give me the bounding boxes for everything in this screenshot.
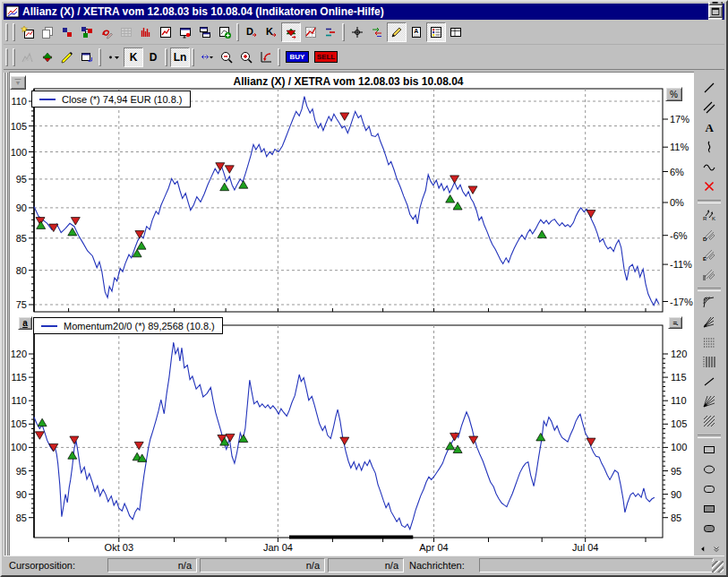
hatch-up-tool-button[interactable]: E xyxy=(698,245,720,263)
chart-panel: Okt 03Jan 04Apr 04Jul 041101051009590858… xyxy=(9,72,698,558)
chart-with-grid-button[interactable] xyxy=(301,22,321,42)
copy-pages-icon xyxy=(40,25,55,39)
show-legend-button[interactable] xyxy=(426,22,446,42)
trend-line-button[interactable] xyxy=(698,373,720,391)
messages-label: Nachrichten: xyxy=(409,560,465,571)
toolbar-grip[interactable] xyxy=(236,23,239,41)
window-title: Allianz (X) / XETRA vom 12.08.03 bis 10.… xyxy=(22,5,707,18)
svg-text:80: 80 xyxy=(16,265,27,276)
draw-freehand-button[interactable] xyxy=(698,138,720,156)
zoom-in-button[interactable] xyxy=(236,47,256,67)
volume-bars-button[interactable] xyxy=(136,22,156,42)
scale-button[interactable]: =. xyxy=(668,316,682,329)
title-bar[interactable]: Allianz (X) / XETRA vom 12.08.03 bis 10.… xyxy=(4,4,724,20)
chart-toolbar: KDLnBUYSELL xyxy=(4,45,724,70)
sell-order-button[interactable]: SELL xyxy=(314,51,338,63)
hatch-down-tool-button[interactable]: D xyxy=(698,226,720,244)
chart-notes-button[interactable]: A xyxy=(407,22,426,42)
toolbar-grip[interactable] xyxy=(5,48,8,66)
svg-text:A: A xyxy=(414,28,418,34)
draw-text-button[interactable]: A xyxy=(698,118,720,136)
toolbar-grip[interactable] xyxy=(13,48,15,66)
draw-filled-rect-button[interactable] xyxy=(698,500,720,518)
toolbar-grip[interactable] xyxy=(165,48,167,66)
buy-order-button[interactable]: BUY xyxy=(286,51,309,63)
line-style-button[interactable] xyxy=(104,47,124,67)
signal-triangles-button[interactable] xyxy=(38,47,57,67)
log-scale-button[interactable]: Ln xyxy=(170,47,190,67)
daily-data-button[interactable]: D xyxy=(242,22,261,42)
resize-grip[interactable] xyxy=(712,561,724,573)
chart-canvas[interactable]: Okt 03Jan 04Apr 04Jul 041101051009590858… xyxy=(10,73,697,557)
price-legend[interactable]: Close (*) 74,94 EUR (10.8.) xyxy=(31,90,191,108)
delete-drawing-button[interactable] xyxy=(698,177,720,195)
svg-text:95: 95 xyxy=(16,466,27,477)
edit-indicator-button[interactable] xyxy=(97,22,116,42)
fibonacci-fan-button[interactable] xyxy=(698,314,720,332)
draw-filled-rounded-rect-button[interactable] xyxy=(698,520,720,538)
horizontal-grid-button[interactable] xyxy=(698,333,720,351)
zoom-range-button[interactable] xyxy=(197,47,217,67)
draw-rectangle-button[interactable] xyxy=(698,441,720,459)
draw-curve-button[interactable] xyxy=(698,158,720,176)
draw-mode-button[interactable] xyxy=(387,22,407,42)
scroll-down-icon xyxy=(712,545,721,554)
marker-pen-button[interactable] xyxy=(57,47,77,67)
annotation-button[interactable]: a xyxy=(18,316,32,330)
momentum-legend[interactable]: Momentum20/0 (*) 89,2568 (10.8.) xyxy=(33,317,223,334)
gann-fan-button[interactable] xyxy=(698,392,720,410)
chart-window-grip[interactable] xyxy=(4,73,8,557)
kurs-mode-button[interactable]: K xyxy=(124,47,143,67)
regression-channel-button[interactable]: RK xyxy=(698,206,720,224)
line-chart-button[interactable] xyxy=(156,22,176,42)
crosshair-tool-button[interactable] xyxy=(347,22,367,42)
toolbar-separator xyxy=(698,435,721,438)
new-chart-button[interactable] xyxy=(18,22,38,42)
trading-signals-button[interactable] xyxy=(281,22,301,42)
chart-properties-button[interactable] xyxy=(77,47,97,67)
toolbar-grip[interactable] xyxy=(5,23,8,41)
toolbar-grip[interactable] xyxy=(98,48,101,66)
depot-mode-button[interactable]: D xyxy=(143,47,163,67)
linked-portfolios-button[interactable] xyxy=(77,22,97,42)
zoom-back-button[interactable] xyxy=(256,47,276,67)
data-window-button[interactable] xyxy=(446,22,466,42)
hatch-lines-tool-button[interactable] xyxy=(698,265,720,283)
compare-bars-button[interactable] xyxy=(321,22,340,42)
rect-f-icon xyxy=(702,502,716,516)
zoom-out-button[interactable] xyxy=(217,47,236,67)
crosshatch-area-button[interactable] xyxy=(698,412,720,430)
dot-style-icon xyxy=(107,50,121,65)
add-chart-button[interactable] xyxy=(215,22,235,42)
svg-text:11%: 11% xyxy=(670,142,689,152)
kurs-mode-label: K xyxy=(130,51,138,64)
indicator-edit-icon xyxy=(99,25,114,39)
fibonacci-arcs-button[interactable] xyxy=(698,294,720,312)
scroll-left-button[interactable] xyxy=(697,544,708,555)
portfolio-blocks-button[interactable] xyxy=(57,22,77,42)
toolbar-grip[interactable] xyxy=(192,48,194,66)
kurs-data-button[interactable]: K xyxy=(261,22,281,42)
drawing-toolbar: ARKDE xyxy=(694,72,724,558)
draw-line-button[interactable] xyxy=(698,79,720,97)
chart-new-icon xyxy=(21,25,35,39)
svg-text:110: 110 xyxy=(671,395,687,406)
vertical-grid-button[interactable] xyxy=(698,353,720,371)
presentation-icon xyxy=(178,25,193,39)
cursor-position-label: Cursorposition: xyxy=(9,560,75,571)
chart-presentation-button[interactable] xyxy=(176,22,195,42)
signal-arrows-button[interactable] xyxy=(367,22,387,42)
window-list-button[interactable] xyxy=(195,22,215,42)
draw-parallel-lines-button[interactable] xyxy=(698,99,720,116)
copy-chart-button[interactable] xyxy=(38,22,57,42)
toolbar-grip[interactable] xyxy=(278,48,280,66)
messages-field xyxy=(479,558,714,573)
draw-ellipse-button[interactable] xyxy=(698,461,720,478)
percent-axis-button[interactable]: % xyxy=(665,87,682,101)
toolbar-grip[interactable] xyxy=(13,23,15,41)
maximize-button[interactable] xyxy=(708,5,723,18)
collapse-button[interactable]: ▼ xyxy=(10,75,26,90)
scroll-down-button[interactable] xyxy=(710,544,722,555)
toolbar-grip[interactable] xyxy=(342,23,345,41)
draw-rounded-rect-button[interactable] xyxy=(698,480,720,498)
